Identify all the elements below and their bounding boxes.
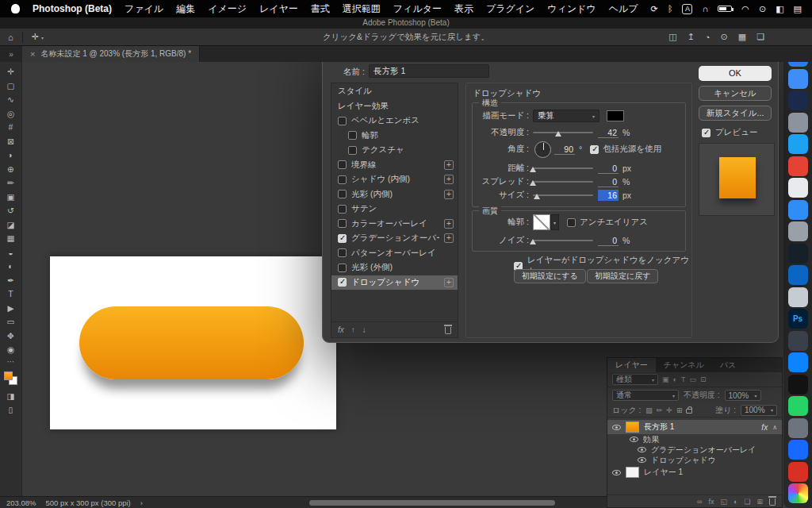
shape-tool-icon[interactable]: ▭ [4, 317, 18, 327]
layer-row[interactable]: 長方形 1 fx ∧ [607, 420, 782, 434]
rounded-rectangle-shape[interactable] [79, 306, 304, 379]
visibility-eye-icon[interactable] [612, 425, 621, 430]
spread-value[interactable]: 0 [598, 176, 619, 187]
menu-item[interactable]: イメージ [208, 2, 247, 16]
history-brush-tool-icon[interactable]: ↺ [4, 206, 18, 216]
zoom-level[interactable]: 203.08% [6, 498, 36, 507]
lock-artboard-icon[interactable]: ⊞ [676, 406, 683, 414]
blur-tool-icon[interactable]: ◒ [4, 248, 18, 258]
layer-thumbnail[interactable] [626, 421, 639, 433]
opacity-value[interactable]: 42 [598, 127, 619, 138]
filter-type-icon[interactable]: T [681, 375, 686, 383]
layer-thumbnail[interactable] [626, 467, 639, 478]
effect-row[interactable]: ベベルとエンボス [331, 114, 458, 129]
menu-item[interactable]: ウィンドウ [547, 2, 596, 16]
foreground-color-swatch[interactable] [4, 371, 13, 380]
effect-row[interactable]: サテン [331, 202, 458, 217]
checkbox[interactable] [338, 248, 347, 257]
visibility-eye-icon[interactable] [638, 447, 646, 452]
marquee-tool-icon[interactable]: ▢ [4, 81, 18, 91]
noise-value[interactable]: 0 [598, 235, 619, 246]
checkbox[interactable] [338, 278, 347, 287]
bluetooth-icon[interactable]: ᛒ [668, 5, 673, 13]
delete-effect-icon[interactable] [445, 327, 451, 334]
layer-blend-mode-select[interactable]: 通常 ▾ [612, 390, 679, 401]
cancel-button[interactable]: キャンセル [699, 86, 772, 101]
clone-stamp-tool-icon[interactable]: ▣ [4, 192, 18, 202]
menu-item[interactable]: 表示 [454, 2, 473, 16]
ruler-icon[interactable]: ◫ [668, 32, 676, 42]
apple-logo-icon[interactable] [11, 4, 20, 13]
horizontal-scrollbar[interactable] [309, 500, 555, 506]
add-effect-icon[interactable]: + [444, 175, 454, 184]
type-tool-icon[interactable]: T [4, 289, 18, 299]
brush-tool-icon[interactable]: ✏ [4, 178, 18, 188]
add-effect-icon[interactable]: + [444, 278, 454, 287]
frame-tool-icon[interactable]: ⊠ [4, 137, 18, 147]
dock-app-12[interactable] [788, 287, 808, 307]
dock-app-photoshop[interactable]: Ps [788, 309, 808, 329]
sync-icon[interactable]: ⟳ [651, 5, 658, 13]
checkbox[interactable] [338, 264, 347, 272]
document-info[interactable]: 500 px x 300 px (300 ppi) [46, 498, 131, 507]
effect-row[interactable]: 輪郭 [331, 129, 458, 144]
checkbox[interactable] [348, 131, 357, 140]
tab-channels[interactable]: チャンネル [656, 358, 712, 372]
menu-item[interactable]: 編集 [176, 2, 195, 16]
add-effect-icon[interactable]: + [444, 190, 454, 199]
screen-mode-icon[interactable]: ▯ [4, 405, 18, 415]
effect-row[interactable]: ドロップシャドウ+ [331, 275, 458, 291]
search-icon[interactable]: ⊙ [759, 5, 766, 13]
menu-item[interactable]: プラグイン [486, 2, 534, 16]
layer-name-input[interactable]: 長方形 1 [369, 64, 489, 78]
effect-row[interactable]: テクスチャ [331, 143, 458, 158]
angle-value[interactable]: 90 [554, 144, 575, 155]
tab-layers[interactable]: レイヤー [607, 358, 656, 372]
lock-position-icon[interactable]: ✛ [666, 406, 672, 414]
new-style-button[interactable]: 新規スタイル... [699, 106, 772, 121]
lock-pixels-icon[interactable]: ✏ [657, 406, 663, 414]
lasso-tool-icon[interactable]: ∿ [4, 94, 18, 105]
eyedropper-tool-icon[interactable]: ◗ [4, 150, 18, 160]
color-swatches[interactable] [4, 371, 17, 385]
layer-row[interactable]: レイヤー 1 [607, 465, 782, 479]
slider-thumb[interactable] [530, 180, 536, 186]
dock-app-16[interactable] [788, 375, 808, 394]
close-icon[interactable]: × [30, 49, 35, 59]
checkbox[interactable] [338, 160, 347, 169]
fx-badge[interactable]: fx [761, 423, 768, 432]
arrange-icon[interactable]: ❏ [756, 32, 764, 42]
shadow-color-swatch[interactable] [607, 110, 624, 121]
quick-mask-icon[interactable]: ◨ [4, 391, 18, 402]
document-tab[interactable]: × 名称未設定 1 @ 203% (長方形 1, RGB/8) * [22, 46, 200, 62]
dock-app-9[interactable] [788, 221, 808, 241]
menu-item[interactable]: 書式 [311, 2, 330, 16]
checkbox[interactable] [338, 117, 347, 125]
dock-app-19[interactable] [788, 440, 808, 460]
dock-app-8[interactable] [788, 200, 808, 220]
antialias-checkbox[interactable] [567, 218, 576, 227]
dock-app-3[interactable] [788, 90, 808, 110]
effect-row[interactable]: 光彩 (内側)+ [331, 187, 458, 202]
move-tool-icon[interactable]: ✛ [4, 67, 18, 77]
effect-row[interactable]: カラーオーバーレイ+ [331, 217, 458, 232]
add-effect-icon[interactable]: + [444, 233, 454, 243]
collapse-effects-icon[interactable]: ∧ [772, 424, 777, 431]
display-icon[interactable]: ▤ [794, 5, 802, 13]
adjustment-layer-icon[interactable]: ◐ [733, 498, 737, 506]
checkbox[interactable] [338, 219, 347, 228]
effect-row[interactable]: パターンオーバーレイ [331, 246, 458, 261]
spread-slider[interactable] [533, 177, 593, 187]
effect-item-row[interactable]: グラデーションオーバーレイ [607, 444, 782, 455]
pen-tool-icon[interactable]: ✒ [4, 275, 18, 286]
chevron-right-icon[interactable]: › [140, 498, 143, 507]
search-icon[interactable]: ⊙ [721, 32, 728, 42]
effects-row[interactable]: 効果 [607, 434, 782, 444]
filter-smartobject-icon[interactable]: ⊡ [700, 375, 707, 383]
lock-transparency-icon[interactable]: ▨ [645, 406, 653, 414]
slider-thumb[interactable] [530, 167, 536, 172]
gradient-tool-icon[interactable]: ▦ [4, 233, 18, 244]
layer-fill-select[interactable]: 100% ▾ [741, 405, 777, 416]
add-effect-icon[interactable]: + [444, 219, 454, 229]
toolbar-collapse-icon[interactable]: » [0, 50, 22, 59]
